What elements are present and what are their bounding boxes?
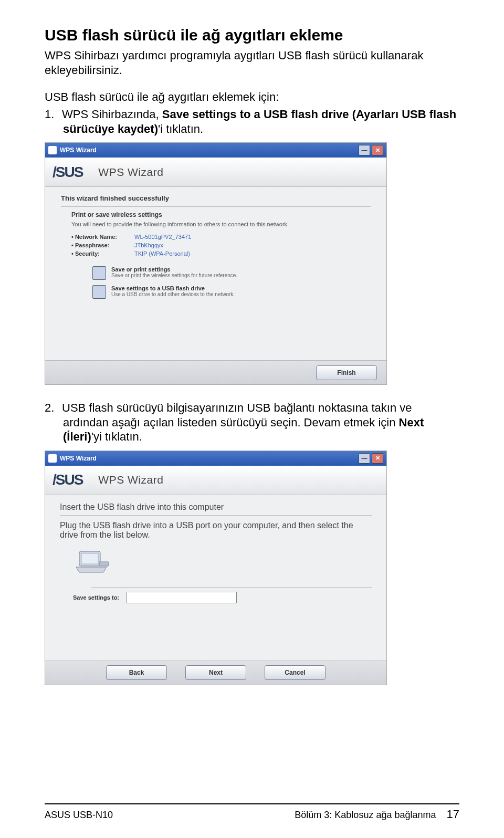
save-to-row: Save settings to:: [73, 592, 372, 603]
wps-wizard-screenshot-2: WPS Wizard — ✕ /SUS WPS Wizard Insert th…: [45, 451, 387, 685]
save-to-label: Save settings to:: [73, 594, 119, 601]
kv-security: Security: TKIP (WPA-Personal): [71, 250, 371, 257]
wizard-title: WPS Wizard: [98, 166, 163, 179]
page-number: 17: [447, 808, 459, 821]
laptop-usb-icon: [73, 549, 110, 575]
procedure-heading: USB flash sürücü ile ağ aygıtları ekleme…: [45, 90, 459, 104]
minimize-button[interactable]: —: [359, 453, 370, 464]
cancel-button[interactable]: Cancel: [265, 665, 326, 680]
close-button[interactable]: ✕: [372, 453, 383, 464]
save-to-input[interactable]: [127, 592, 237, 603]
wps-wizard-screenshot-1: WPS Wizard — ✕ /SUS WPS Wizard This wiza…: [45, 142, 387, 385]
wizard-note-2: Plug the USB flash drive into a USB port…: [60, 521, 372, 540]
window-title: WPS Wizard: [60, 455, 97, 462]
usb-icon: [92, 285, 106, 299]
window-title: WPS Wizard: [60, 146, 97, 154]
svg-rect-1: [81, 553, 98, 564]
app-icon: [48, 146, 57, 154]
asus-logo: /SUS: [52, 164, 82, 181]
brand-banner: /SUS WPS Wizard: [45, 158, 386, 187]
finish-button[interactable]: Finish: [316, 365, 377, 380]
asus-logo: /SUS: [52, 472, 82, 488]
wizard-note: You will need to provide the following i…: [71, 221, 371, 228]
wizard-title: WPS Wizard: [98, 474, 163, 486]
brand-banner: /SUS WPS Wizard: [45, 466, 386, 495]
next-button[interactable]: Next: [185, 665, 246, 680]
step-1: 1.WPS Sihirbazında, Save settings to a U…: [45, 107, 459, 136]
wizard-heading: This wizard finished successfully: [61, 194, 371, 202]
minimize-button[interactable]: —: [359, 145, 370, 155]
kv-network-name: Network Name: WL-5001gPV2_73471: [71, 234, 371, 240]
app-icon: [48, 454, 57, 463]
window-titlebar: WPS Wizard — ✕: [45, 451, 386, 466]
intro-paragraph: WPS Sihirbazı yardımcı programıyla aygıt…: [45, 48, 459, 77]
window-titlebar: WPS Wizard — ✕: [45, 143, 386, 158]
svg-rect-2: [99, 562, 109, 566]
page-title: USB flash sürücü ile ağ aygıtları ekleme: [45, 26, 459, 44]
footer-left: ASUS USB-N10: [45, 810, 113, 821]
option-save-print[interactable]: Save or print settings Save or print the…: [92, 266, 371, 280]
save-icon: [92, 266, 106, 280]
back-button[interactable]: Back: [106, 665, 167, 680]
close-button[interactable]: ✕: [372, 145, 383, 155]
page-footer: ASUS USB-N10 Bölüm 3: Kablosuz ağa bağla…: [45, 803, 459, 821]
footer-right: Bölüm 3: Kablosuz ağa bağlanma: [295, 810, 436, 820]
kv-passphrase: Passphrase: JTbKhgqyx: [71, 242, 371, 248]
option-save-usb[interactable]: Save settings to a USB flash drive Use a…: [92, 285, 371, 299]
wizard-button-bar: Finish: [45, 360, 386, 384]
wizard-subheading: Print or save wireless settings: [71, 211, 371, 218]
step-2: 2.USB flash sürücüyü bilgisayarınızın US…: [45, 401, 459, 444]
wizard-button-bar: Back Next Cancel: [45, 661, 386, 685]
wizard-heading-2: Insert the USB flash drive into this com…: [60, 502, 372, 512]
